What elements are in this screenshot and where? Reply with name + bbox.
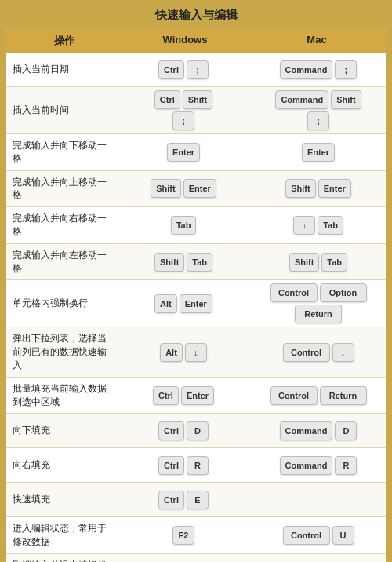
key-badge: Shift	[183, 90, 212, 109]
key-badge: R	[335, 456, 357, 475]
keys-cell: AltEnter	[116, 291, 251, 316]
key-badge: Control	[283, 343, 330, 362]
table-row: 弹出下拉列表，选择当前列已有的数据快速输入Alt↓Control↓	[6, 327, 386, 377]
keys-cell: ControlReturn	[251, 383, 386, 408]
page-title: 快速输入与编辑	[0, 0, 392, 29]
keys-cell: ControlOptionReturn	[251, 280, 386, 327]
key-badge: Enter	[181, 386, 214, 405]
key-badge: Shift	[289, 253, 319, 272]
key-badge: Shift	[331, 90, 361, 109]
key-badge: ;	[187, 60, 209, 79]
keys-cell: CtrlR	[116, 453, 251, 478]
key-badge: Alt	[160, 343, 183, 362]
key-badge: Control	[283, 526, 330, 545]
key-badge: Tab	[318, 216, 343, 235]
op-label: 插入当前日期	[6, 58, 116, 81]
key-badge: ;	[335, 60, 357, 79]
key-badge: Alt	[154, 294, 177, 313]
key-badge: ;	[172, 111, 194, 130]
op-label: 完成输入并向上移动一格	[6, 171, 116, 207]
keys-cell	[251, 497, 386, 503]
op-label: 向下填充	[6, 419, 116, 442]
key-badge: Enter	[318, 179, 351, 198]
key-badge: Ctrl	[158, 456, 184, 475]
keys-cell: CommandD	[251, 418, 386, 443]
key-badge: Control	[270, 283, 318, 302]
key-badge: Control	[270, 386, 318, 405]
key-badge: Command	[280, 60, 333, 79]
keys-cell: ControlU	[251, 523, 386, 548]
key-badge: Ctrl	[158, 60, 184, 79]
key-badge: Ctrl	[158, 491, 184, 509]
key-badge: D	[187, 422, 209, 440]
keys-cell: CommandShift;	[251, 87, 386, 133]
op-label: 完成输入并向右移动一格	[6, 207, 116, 243]
keys-cell: Control↓	[251, 340, 386, 365]
key-badge: Return	[295, 305, 342, 323]
table-row: 向下填充CtrlDCommandD	[6, 414, 386, 448]
table-row: 单元格内强制换行AltEnterControlOptionReturn	[6, 280, 386, 327]
key-badge: Enter	[183, 179, 216, 198]
key-badge: Enter	[180, 294, 212, 313]
key-badge: Tab	[321, 253, 347, 272]
header-op: 操作	[9, 34, 119, 48]
table-row: 批量填充当前输入数据到选中区域CtrlEnterControlReturn	[6, 378, 386, 414]
table-row: 完成输入并向上移动一格ShiftEnterShiftEnter	[6, 171, 386, 208]
op-label: 单元格内强制换行	[6, 292, 116, 315]
table-header: 操作 Windows Mac	[6, 29, 386, 53]
key-badge: Command	[275, 90, 328, 109]
keys-cell: Ctrl;	[116, 57, 251, 82]
keys-cell: ShiftTab	[251, 250, 386, 275]
op-label: 向右填充	[6, 454, 116, 476]
table-row: 快速填充CtrlE	[6, 483, 386, 517]
table-row: 插入当前时间CtrlShift;CommandShift;	[6, 87, 386, 134]
key-badge: ↓	[332, 343, 354, 362]
keys-cell: CommandR	[251, 453, 386, 478]
shortcut-table: 操作 Windows Mac 插入当前日期Ctrl;Command;插入当前时间…	[6, 29, 386, 562]
key-badge: U	[332, 526, 354, 545]
table-row: 完成输入并向左移动一格ShiftTabShiftTab	[6, 244, 386, 281]
op-label: 进入编辑状态，常用于修改数据	[6, 517, 116, 553]
table-row: 完成输入并向右移动一格Tab↓Tab	[6, 207, 386, 244]
key-badge: Ctrl	[158, 422, 184, 440]
key-badge: Command	[280, 456, 333, 475]
keys-cell: CtrlE	[116, 487, 251, 513]
keys-cell: ShiftEnter	[251, 176, 386, 201]
table-row: 插入当前日期Ctrl;Command;	[6, 53, 386, 87]
key-badge: E	[187, 491, 209, 509]
keys-cell: F2	[116, 523, 251, 548]
key-badge: Shift	[285, 179, 315, 198]
key-badge: Enter	[302, 143, 335, 162]
key-badge: F2	[172, 526, 194, 545]
table-row: 取消输入并退出编辑状态ESCESC	[6, 554, 386, 562]
key-badge: Tab	[171, 216, 197, 235]
key-badge: Ctrl	[154, 90, 180, 109]
table-row: 完成输入并向下移动一格EnterEnter	[6, 134, 386, 171]
key-badge: Tab	[187, 253, 212, 272]
key-badge: ;	[307, 111, 329, 130]
key-badge: Ctrl	[153, 386, 179, 405]
key-badge: R	[187, 456, 209, 475]
keys-cell: Enter	[251, 140, 386, 165]
key-badge: Command	[280, 422, 333, 440]
key-badge: Enter	[167, 143, 200, 162]
op-label: 弹出下拉列表，选择当前列已有的数据快速输入	[6, 327, 116, 376]
key-badge: D	[335, 422, 357, 440]
key-badge: Shift	[151, 179, 180, 198]
keys-cell: Command;	[251, 57, 386, 82]
header-mac: Mac	[251, 34, 383, 48]
op-label: 完成输入并向左移动一格	[6, 244, 116, 280]
keys-cell: Enter	[116, 140, 251, 165]
op-label: 批量填充当前输入数据到选中区域	[6, 378, 116, 414]
header-windows: Windows	[119, 34, 251, 48]
keys-cell: ShiftEnter	[116, 176, 251, 201]
table-row: 进入编辑状态，常用于修改数据F2ControlU	[6, 517, 386, 554]
key-badge: Return	[320, 386, 367, 405]
table-body: 插入当前日期Ctrl;Command;插入当前时间CtrlShift;Comma…	[6, 53, 386, 562]
keys-cell: CtrlEnter	[116, 383, 251, 408]
op-label: 快速填充	[6, 488, 116, 511]
op-label: 完成输入并向下移动一格	[6, 134, 116, 170]
op-label: 取消输入并退出编辑状态	[6, 554, 116, 562]
keys-cell: ShiftTab	[116, 250, 251, 275]
keys-cell: CtrlD	[116, 418, 251, 443]
